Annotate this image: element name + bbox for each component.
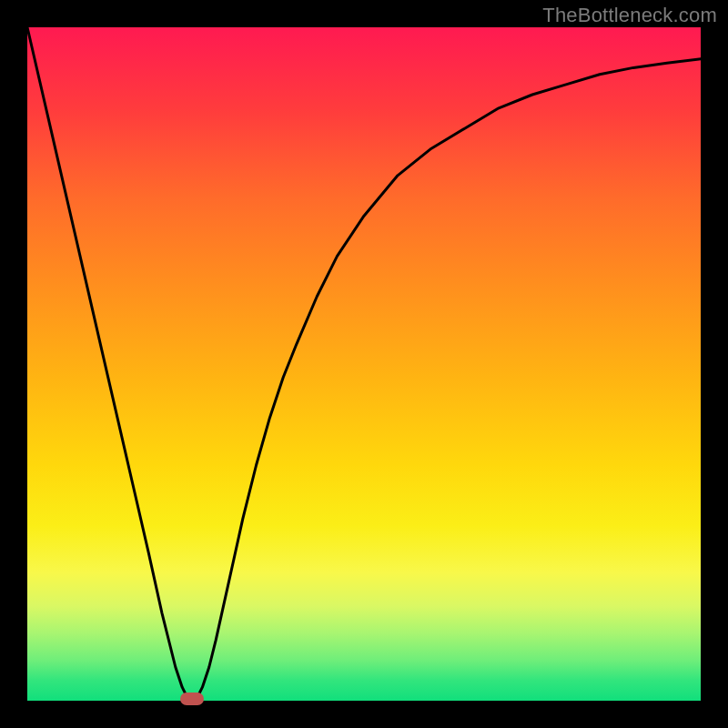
bottleneck-curve	[27, 27, 701, 701]
watermark-text: TheBottleneck.com	[542, 4, 717, 27]
chart-frame: TheBottleneck.com	[0, 0, 728, 728]
optimal-point-marker	[180, 693, 204, 705]
plot-area	[27, 27, 701, 701]
